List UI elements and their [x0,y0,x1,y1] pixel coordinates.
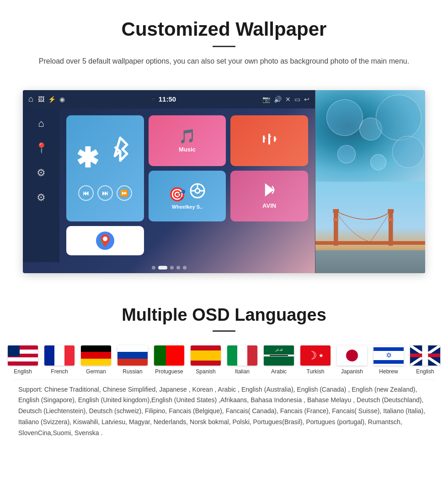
music-tile[interactable]: 🎵 Music [149,115,226,166]
page-dot [183,266,187,269]
steering-label: Wheelkey S.. [172,204,203,210]
page-dot [170,266,174,269]
flag-fr [44,345,75,366]
flag-item-english-uk: English [409,345,442,375]
flag-il: ✡ [373,345,404,366]
flag-label-spanish: Spanish [196,368,215,375]
bluetooth-icon: ✱ [76,135,134,174]
flag-jp [337,345,367,366]
il-stripe-bottom [373,360,404,364]
android-sidebar: ⌂ 📍 ⚙ ⚙ [23,108,59,262]
wallpaper-bridge [315,182,425,273]
star-of-david-icon: ✡ [386,352,392,359]
svg-rect-17 [315,241,425,245]
flag-ar: الله اكبر [264,345,294,366]
languages-title: Multiple OSD Languages [14,305,434,325]
flag-it [227,345,257,366]
fr-blue [44,345,54,366]
topbar-time: 11:50 [159,95,176,103]
es-yellow [191,350,221,361]
svg-rect-16 [315,250,425,273]
topbar-right: 📷 🔊 ✕ ▭ ↩ [262,96,309,103]
topbar-center: ▾ 11:50 [69,95,258,103]
music-icon: 🎵 [179,128,196,144]
es-red1 [191,345,221,350]
it-green [227,345,237,366]
flag-us [8,345,38,366]
avin-label: AVIN [262,202,276,209]
flag-label-italian: Italian [235,368,250,375]
avin-tile[interactable]: AVIN [230,171,308,221]
pt-green [154,345,166,366]
page-dot [176,266,180,269]
maps-icon [95,231,115,251]
wallpaper-ice [315,90,425,182]
flag-ru [117,345,148,366]
equalizer-icon [262,132,277,150]
wifi-icon: ▾ [151,95,155,103]
flag-label-hebrew: Hebrew [379,368,398,375]
flags-row: English French German [14,345,434,375]
equalizer-tile[interactable] [230,115,308,166]
play-btn[interactable]: ⏭ [97,185,113,201]
de-black [81,345,111,352]
maps-tile[interactable] [66,226,144,255]
svg-rect-22 [388,209,394,213]
page-dots [23,262,315,273]
flag-item-italian: Italian [226,345,259,375]
volume-icon: 🔊 [274,96,282,103]
next-btn[interactable]: ⏩ [117,185,132,201]
page-title: Customized Wallpaper [27,18,421,40]
back-icon: ↩ [304,96,309,103]
flag-item-japanese: Japanish [336,345,368,375]
title-divider [213,46,235,47]
home-icon: ⌂ [28,94,33,104]
flag-item-french: French [43,345,76,375]
es-red2 [191,361,221,366]
sidebar-home-icon[interactable]: ⌂ [38,118,44,129]
ice-bubbles [315,90,425,182]
bluetooth-tile[interactable]: ✱ ⏮ ⏭ ⏩ [66,115,144,221]
flag-pt [154,345,184,366]
flag-label-japanese: Japanish [341,368,363,375]
flag-tr: ☽ ★ [300,345,331,366]
flag-label-english-uk: English [416,368,434,375]
fr-white [54,345,64,366]
page-dot [152,266,155,269]
flag-item-turkish: ☽ ★ Turkish [299,345,332,375]
bt-controls: ⏮ ⏭ ⏩ [78,185,132,201]
image-icon: 🖼 [38,96,44,103]
ru-white [117,345,148,352]
flag-item-spanish: Spanish [189,345,222,375]
svg-point-9 [195,189,200,193]
steering-tile[interactable]: 🎯 Wheelkey S.. [149,171,226,221]
sidebar-location-icon[interactable]: 📍 [35,142,48,154]
flag-item-hebrew: ✡ Hebrew [372,345,405,375]
jp-circle [346,350,358,361]
support-text: Support: Chinese Traditional, Chinese Si… [14,379,434,448]
flag-label-french: French [51,368,68,375]
camera-icon: 📷 [262,96,270,103]
ru-red [117,359,148,366]
topbar-left-icons: 🖼 ⚡ ◉ [38,96,65,103]
sidebar-settings-icon[interactable]: ⚙ [37,167,46,179]
android-app-grid: ✱ ⏮ ⏭ ⏩ 🎵 Music [59,108,315,262]
lang-divider [213,330,235,332]
svg-rect-3 [268,134,270,145]
it-white [237,345,247,366]
screen-icon: ▭ [294,96,300,103]
flag-gb [410,345,440,366]
flag-label-arabic: Arabic [271,368,287,375]
svg-rect-18 [334,209,338,246]
de-gold [81,359,111,366]
it-red [247,345,257,366]
flag-label-english: English [14,368,32,375]
usb-icon: ⚡ [48,96,56,103]
flag-label-german: German [86,368,106,375]
star-icon: ★ [319,352,324,359]
flag-item-arabic: الله اكبر Arabic [262,345,295,375]
prev-btn[interactable]: ⏮ [78,185,94,201]
x-icon: ✕ [285,96,291,103]
bridge-background [315,182,425,273]
sidebar-gear-icon[interactable]: ⚙ [37,192,46,204]
